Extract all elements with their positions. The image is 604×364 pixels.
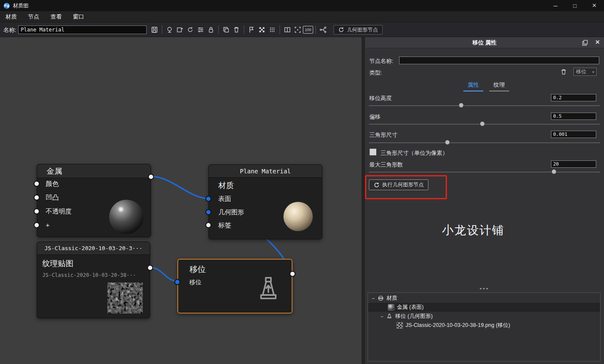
port-plane-surface[interactable] [205, 196, 211, 202]
port-label-color: 颜色 [46, 180, 59, 188]
toolbar-separator [315, 25, 316, 34]
triangle-size-slider[interactable] [369, 142, 600, 143]
offset-value[interactable] [551, 113, 596, 120]
window-controls: ─ □ × [546, 0, 604, 11]
type-label: 类型: [369, 69, 382, 77]
menu-view[interactable]: 查看 [45, 11, 67, 22]
app-logo-icon [3, 3, 10, 9]
displacement-height-handle[interactable] [459, 103, 464, 108]
port-label-displacement: 移位 [189, 279, 201, 286]
triangle-size-value[interactable] [551, 131, 596, 138]
tree-row-displacement[interactable]: − 移位 (几何图形) [368, 312, 600, 321]
node-graph-canvas[interactable]: 金属 颜色 凹凸 不透明度 + Plane Material 材质 表面 几何图… [0, 37, 362, 364]
tree-label-metal: 金属 (表面) [397, 304, 424, 311]
panel-divider[interactable] [362, 37, 365, 364]
triangle-size-handle[interactable] [445, 140, 450, 145]
triangle-size-pixels-checkbox[interactable] [369, 148, 377, 156]
port-plane-geometry[interactable] [205, 209, 211, 215]
node-metal-header[interactable]: 金属 [37, 164, 151, 178]
tree-row-metal[interactable]: 金属 (表面) [368, 303, 600, 312]
checker-icon[interactable] [257, 25, 267, 35]
node-texture[interactable]: JS-Classic-2020-10-03-20-3··· 纹理贴图 JS-Cl… [37, 242, 150, 318]
dots-grid-icon[interactable] [267, 25, 277, 35]
execute-geometry-node-label: 执行几何图形节点 [382, 181, 424, 188]
metal-preview-sphere [109, 200, 144, 234]
tab-texture[interactable]: 纹理 [489, 80, 509, 91]
port-label-tag: 标签 [218, 221, 231, 229]
node-plane-title: Plane Material [209, 168, 322, 175]
history-icon[interactable] [185, 25, 195, 35]
geometry-node-button[interactable]: 几何图形节点 [333, 25, 383, 35]
displacement-stamp-icon [253, 273, 284, 305]
wire-metal-to-surface[interactable] [151, 176, 208, 198]
node-name-label: 节点名称: [369, 57, 393, 65]
tree-row-material[interactable]: − 材质 [368, 294, 600, 303]
node-plane-section: 材质 [218, 180, 234, 191]
fit-view-icon[interactable] [293, 25, 303, 35]
displacement-height-slider[interactable] [369, 105, 600, 106]
chevron-down-icon: ▾ [590, 70, 596, 74]
delete-icon[interactable] [231, 25, 242, 35]
duplicate-icon[interactable] [221, 25, 231, 35]
port-metal-color[interactable] [34, 181, 40, 187]
collapse-icon[interactable]: − [379, 314, 384, 320]
zoom-100-icon[interactable]: 100 [303, 25, 313, 35]
tree-label-displacement: 移位 (几何图形) [395, 313, 433, 320]
toolbar-separator [218, 25, 219, 34]
port-metal-opacity[interactable] [34, 208, 40, 214]
node-displacement[interactable]: 移位 移位 [177, 259, 293, 314]
panel-header: 移位 属性 × [365, 37, 604, 48]
panel-resize-handle[interactable]: ••• [365, 286, 604, 292]
node-plane-header[interactable]: Plane Material [209, 165, 322, 178]
menu-node[interactable]: 节点 [22, 11, 45, 22]
offset-handle[interactable] [480, 121, 485, 126]
node-texture-header[interactable]: JS-Classic-2020-10-03-20-3··· [37, 242, 150, 255]
triangle-size-pixels-label: 三角形尺寸（单位为像素） [381, 149, 448, 157]
add-node-icon[interactable] [175, 25, 185, 35]
max-triangles-handle[interactable] [551, 169, 557, 174]
max-triangles-slider[interactable] [369, 172, 600, 173]
toolbar-separator [244, 25, 244, 34]
port-plane-tag[interactable] [205, 222, 211, 228]
panel-close-icon[interactable]: × [595, 38, 600, 47]
node-metal[interactable]: 金属 颜色 凹凸 不透明度 + [37, 164, 151, 237]
node-plane-material[interactable]: Plane Material 材质 表面 几何图形 标签 [208, 164, 322, 239]
tree-row-texture[interactable]: JS-Classic-2020-10-03-20-38-19.png (移位) [368, 321, 600, 330]
flag-icon[interactable] [246, 25, 257, 35]
port-texture-output[interactable] [147, 265, 153, 271]
port-displacement-output[interactable] [289, 271, 296, 277]
max-triangles-value[interactable] [551, 160, 596, 168]
maximize-button[interactable]: □ [565, 0, 585, 11]
toolbar-separator [162, 25, 162, 34]
displacement-stamp-icon-small [386, 313, 393, 320]
node-name-input[interactable] [399, 56, 599, 64]
save-icon[interactable] [149, 25, 160, 35]
metal-thumbnail-icon [388, 304, 394, 311]
menu-window[interactable]: 窗口 [67, 11, 90, 22]
collapse-icon[interactable]: − [371, 295, 376, 301]
popout-icon[interactable] [582, 39, 588, 47]
minimize-button[interactable]: ─ [546, 0, 565, 11]
delete-node-icon[interactable] [560, 68, 567, 77]
port-label-bump: 凹凸 [46, 194, 59, 202]
type-dropdown[interactable]: 移位 ▾ [573, 68, 597, 76]
port-label-opacity: 不透明度 [46, 207, 72, 216]
tab-properties[interactable]: 属性 [463, 80, 483, 91]
lock-icon[interactable] [206, 25, 216, 35]
port-metal-add[interactable] [34, 222, 40, 228]
port-displacement-input[interactable] [174, 279, 180, 285]
sliders-icon[interactable] [195, 25, 206, 35]
split-view-icon[interactable] [282, 25, 293, 35]
branch-icon[interactable] [318, 25, 328, 35]
offset-label: 偏移 [369, 113, 381, 121]
preview-ball-icon[interactable] [164, 25, 175, 35]
displacement-height-value[interactable] [551, 94, 596, 101]
execute-geometry-node-button[interactable]: 执行几何图形节点 [369, 179, 428, 190]
close-button[interactable]: × [585, 0, 604, 11]
refresh-icon [374, 182, 380, 188]
wire-texture-to-displacement[interactable] [150, 267, 177, 281]
menu-material[interactable]: 材质 [0, 11, 22, 22]
port-metal-output[interactable] [148, 174, 154, 180]
material-name-input[interactable] [18, 25, 147, 34]
port-metal-bump[interactable] [34, 195, 40, 201]
